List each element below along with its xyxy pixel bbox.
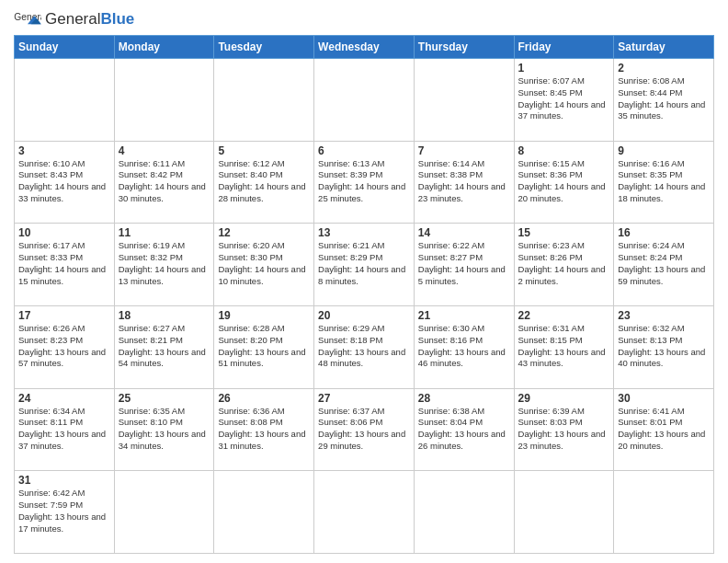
- day-info: Sunrise: 6:35 AM Sunset: 8:10 PM Dayligh…: [119, 406, 210, 453]
- day-number: 1: [518, 62, 610, 75]
- generalblue-icon: General: [14, 9, 41, 29]
- calendar-cell: 24Sunrise: 6:34 AM Sunset: 8:11 PM Dayli…: [15, 388, 115, 471]
- calendar-cell: 16Sunrise: 6:24 AM Sunset: 8:24 PM Dayli…: [614, 224, 714, 306]
- day-info: Sunrise: 6:14 AM Sunset: 8:38 PM Dayligh…: [418, 158, 510, 205]
- day-number: 30: [618, 392, 710, 405]
- calendar-cell: [15, 59, 115, 142]
- day-info: Sunrise: 6:19 AM Sunset: 8:32 PM Dayligh…: [119, 240, 210, 287]
- calendar-cell: 26Sunrise: 6:36 AM Sunset: 8:08 PM Dayli…: [214, 388, 314, 471]
- calendar-cell: [114, 471, 214, 554]
- day-info: Sunrise: 6:13 AM Sunset: 8:39 PM Dayligh…: [318, 158, 410, 205]
- calendar-cell: 2Sunrise: 6:08 AM Sunset: 8:44 PM Daylig…: [614, 59, 714, 142]
- calendar-cell: 1Sunrise: 6:07 AM Sunset: 8:45 PM Daylig…: [514, 59, 614, 142]
- weekday-header-sunday: Sunday: [15, 36, 115, 59]
- day-info: Sunrise: 6:34 AM Sunset: 8:11 PM Dayligh…: [18, 406, 110, 453]
- day-info: Sunrise: 6:24 AM Sunset: 8:24 PM Dayligh…: [618, 240, 710, 287]
- calendar-cell: 10Sunrise: 6:17 AM Sunset: 8:33 PM Dayli…: [15, 224, 115, 306]
- weekday-header-wednesday: Wednesday: [314, 36, 415, 59]
- logo: General GeneralBlue: [14, 9, 134, 29]
- day-info: Sunrise: 6:30 AM Sunset: 8:16 PM Dayligh…: [418, 323, 510, 370]
- day-info: Sunrise: 6:41 AM Sunset: 8:01 PM Dayligh…: [618, 406, 710, 453]
- day-number: 3: [18, 144, 110, 157]
- day-number: 21: [418, 309, 510, 322]
- calendar-cell: [214, 59, 314, 142]
- weekday-header-tuesday: Tuesday: [214, 36, 314, 59]
- day-number: 20: [318, 309, 410, 322]
- day-number: 29: [518, 392, 610, 405]
- day-number: 11: [119, 226, 210, 239]
- day-number: 19: [218, 309, 310, 322]
- calendar-cell: 4Sunrise: 6:11 AM Sunset: 8:42 PM Daylig…: [114, 141, 214, 224]
- day-info: Sunrise: 6:31 AM Sunset: 8:15 PM Dayligh…: [518, 323, 610, 370]
- day-number: 16: [618, 226, 710, 239]
- calendar-cell: 29Sunrise: 6:39 AM Sunset: 8:03 PM Dayli…: [514, 388, 614, 471]
- day-info: Sunrise: 6:22 AM Sunset: 8:27 PM Dayligh…: [418, 240, 510, 287]
- day-number: 24: [18, 392, 110, 405]
- day-info: Sunrise: 6:20 AM Sunset: 8:30 PM Dayligh…: [218, 240, 310, 287]
- calendar-cell: 28Sunrise: 6:38 AM Sunset: 8:04 PM Dayli…: [414, 388, 514, 471]
- day-info: Sunrise: 6:38 AM Sunset: 8:04 PM Dayligh…: [418, 406, 510, 453]
- day-info: Sunrise: 6:37 AM Sunset: 8:06 PM Dayligh…: [318, 406, 410, 453]
- day-number: 14: [418, 226, 510, 239]
- calendar-cell: 15Sunrise: 6:23 AM Sunset: 8:26 PM Dayli…: [514, 224, 614, 306]
- day-number: 10: [18, 226, 110, 239]
- calendar-cell: [114, 59, 214, 142]
- day-info: Sunrise: 6:26 AM Sunset: 8:23 PM Dayligh…: [18, 323, 110, 370]
- day-number: 6: [318, 144, 410, 157]
- day-number: 22: [518, 309, 610, 322]
- day-info: Sunrise: 6:07 AM Sunset: 8:45 PM Dayligh…: [518, 75, 610, 122]
- calendar-cell: 18Sunrise: 6:27 AM Sunset: 8:21 PM Dayli…: [114, 305, 214, 388]
- weekday-header-friday: Friday: [514, 36, 614, 59]
- day-number: 13: [318, 226, 410, 239]
- calendar-cell: 3Sunrise: 6:10 AM Sunset: 8:43 PM Daylig…: [15, 141, 115, 224]
- calendar-cell: 22Sunrise: 6:31 AM Sunset: 8:15 PM Dayli…: [514, 305, 614, 388]
- calendar-cell: [314, 59, 415, 142]
- calendar-cell: [414, 471, 514, 554]
- weekday-header-saturday: Saturday: [614, 36, 714, 59]
- day-info: Sunrise: 6:28 AM Sunset: 8:20 PM Dayligh…: [218, 323, 310, 370]
- calendar-cell: 27Sunrise: 6:37 AM Sunset: 8:06 PM Dayli…: [314, 388, 415, 471]
- calendar-cell: 12Sunrise: 6:20 AM Sunset: 8:30 PM Dayli…: [214, 224, 314, 306]
- day-number: 17: [18, 309, 110, 322]
- day-info: Sunrise: 6:16 AM Sunset: 8:35 PM Dayligh…: [618, 158, 710, 205]
- day-info: Sunrise: 6:27 AM Sunset: 8:21 PM Dayligh…: [119, 323, 210, 370]
- calendar-cell: 7Sunrise: 6:14 AM Sunset: 8:38 PM Daylig…: [414, 141, 514, 224]
- day-info: Sunrise: 6:15 AM Sunset: 8:36 PM Dayligh…: [518, 158, 610, 205]
- day-number: 8: [518, 144, 610, 157]
- day-info: Sunrise: 6:11 AM Sunset: 8:42 PM Dayligh…: [119, 158, 210, 205]
- calendar-cell: [214, 471, 314, 554]
- weekday-header-monday: Monday: [114, 36, 214, 59]
- day-number: 26: [218, 392, 310, 405]
- day-info: Sunrise: 6:12 AM Sunset: 8:40 PM Dayligh…: [218, 158, 310, 205]
- day-info: Sunrise: 6:23 AM Sunset: 8:26 PM Dayligh…: [518, 240, 610, 287]
- day-number: 23: [618, 309, 710, 322]
- day-info: Sunrise: 6:10 AM Sunset: 8:43 PM Dayligh…: [18, 158, 110, 205]
- calendar-cell: [514, 471, 614, 554]
- day-number: 31: [18, 474, 110, 487]
- calendar-cell: 9Sunrise: 6:16 AM Sunset: 8:35 PM Daylig…: [614, 141, 714, 224]
- day-number: 4: [119, 144, 210, 157]
- calendar-cell: 30Sunrise: 6:41 AM Sunset: 8:01 PM Dayli…: [614, 388, 714, 471]
- calendar-cell: [614, 471, 714, 554]
- day-number: 5: [218, 144, 310, 157]
- calendar-cell: [414, 59, 514, 142]
- day-info: Sunrise: 6:42 AM Sunset: 7:59 PM Dayligh…: [18, 488, 110, 534]
- calendar-cell: [314, 471, 415, 554]
- day-info: Sunrise: 6:36 AM Sunset: 8:08 PM Dayligh…: [218, 406, 310, 453]
- day-info: Sunrise: 6:21 AM Sunset: 8:29 PM Dayligh…: [318, 240, 410, 287]
- day-number: 7: [418, 144, 510, 157]
- day-number: 9: [618, 144, 710, 157]
- calendar-cell: 8Sunrise: 6:15 AM Sunset: 8:36 PM Daylig…: [514, 141, 614, 224]
- calendar-cell: 17Sunrise: 6:26 AM Sunset: 8:23 PM Dayli…: [15, 305, 115, 388]
- calendar-cell: 19Sunrise: 6:28 AM Sunset: 8:20 PM Dayli…: [214, 305, 314, 388]
- day-number: 25: [119, 392, 210, 405]
- calendar-cell: 11Sunrise: 6:19 AM Sunset: 8:32 PM Dayli…: [114, 224, 214, 306]
- day-info: Sunrise: 6:29 AM Sunset: 8:18 PM Dayligh…: [318, 323, 410, 370]
- calendar-cell: 31Sunrise: 6:42 AM Sunset: 7:59 PM Dayli…: [15, 471, 115, 554]
- weekday-header-thursday: Thursday: [414, 36, 514, 59]
- day-info: Sunrise: 6:32 AM Sunset: 8:13 PM Dayligh…: [618, 323, 710, 370]
- day-number: 28: [418, 392, 510, 405]
- calendar-table: SundayMondayTuesdayWednesdayThursdayFrid…: [14, 35, 714, 554]
- day-info: Sunrise: 6:08 AM Sunset: 8:44 PM Dayligh…: [618, 75, 710, 122]
- day-number: 18: [119, 309, 210, 322]
